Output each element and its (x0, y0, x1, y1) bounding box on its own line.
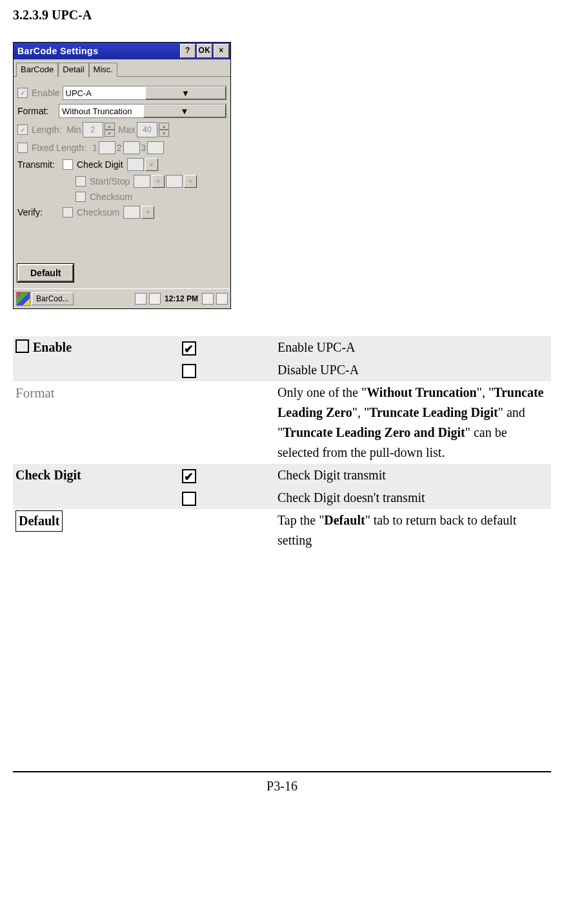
enable-on-text: Enable UPC-A (275, 336, 551, 359)
checked-checkbox-icon (182, 469, 196, 483)
help-button[interactable]: ? (180, 44, 196, 58)
transmit-checksum-label: Checksum (90, 192, 132, 202)
length-checkbox: ✓ (17, 125, 28, 135)
titlebar: BarCode Settings ? OK × (14, 43, 230, 59)
enable-off-text: Disable UPC-A (275, 359, 551, 381)
table-row: Default Tap the "Default" tab to return … (13, 509, 551, 552)
max-spinner: ▲▼ (159, 123, 169, 137)
min-spinner: ▲▼ (105, 123, 115, 137)
format-description: Only one of the "Without Truncation", "T… (275, 381, 551, 464)
checkdigit-row-label: Check Digit (15, 468, 81, 482)
min-input (83, 122, 103, 137)
chevron-down-icon: ▼ (145, 158, 158, 171)
startstop-checkbox (76, 176, 86, 186)
check-off-text: Check Digit doesn't transmit (275, 487, 551, 509)
fixed-label: Fixed Length: (32, 143, 92, 153)
tab-detail[interactable]: Detail (58, 63, 88, 77)
table-row: Disable UPC-A (13, 359, 551, 381)
verify-checksum-checkbox (63, 207, 73, 217)
system-tray: 12:12 PM (134, 293, 229, 305)
task-app-button[interactable]: BarCod... (32, 292, 74, 305)
fixed-1-input (99, 141, 116, 154)
table-row: Check Digit doesn't transmit (13, 487, 551, 509)
enable-row-label: Enable (33, 340, 72, 354)
enable-label: Enable (32, 88, 60, 98)
checkdigit-checkbox[interactable] (63, 159, 73, 170)
tray-icon[interactable] (135, 293, 146, 305)
max-label: Max (119, 125, 136, 135)
chevron-down-icon: ▼ (184, 175, 197, 188)
page-number: P3-16 (13, 779, 551, 794)
footer-rule (13, 771, 551, 772)
table-row: Check Digit Check Digit transmit (13, 464, 551, 487)
checkbox-icon (15, 339, 29, 353)
format-value: Without Truncation (62, 106, 143, 116)
tray-icon[interactable] (216, 293, 228, 305)
fixed-checkbox (17, 143, 28, 153)
panel: ✓ Enable UPC-A ▼ Format: Without Truncat… (14, 77, 230, 288)
default-button[interactable]: Default (17, 264, 74, 282)
transmit-checksum-checkbox (76, 192, 86, 202)
unchecked-checkbox-icon (182, 364, 196, 378)
enable-checkbox[interactable]: ✓ (17, 88, 28, 98)
tab-barcode[interactable]: BarCode (16, 63, 58, 77)
chevron-down-icon: ▼ (141, 206, 154, 219)
description-table: Enable Enable UPC-A Disable UPC-A Format… (13, 336, 551, 552)
chevron-down-icon[interactable]: ▼ (145, 86, 226, 99)
clock: 12:12 PM (165, 294, 198, 303)
close-button[interactable]: × (214, 44, 229, 58)
verify-box (123, 206, 140, 219)
fixed-3-input (147, 141, 164, 154)
barcode-type-value: UPC-A (66, 88, 145, 98)
tray-icon[interactable] (202, 293, 214, 305)
chevron-down-icon[interactable]: ▼ (143, 105, 226, 117)
table-row: Format Only one of the "Without Truncati… (13, 381, 551, 464)
unchecked-checkbox-icon (182, 492, 196, 506)
min-label: Min (66, 125, 81, 135)
checked-checkbox-icon (182, 341, 196, 356)
max-input (137, 122, 157, 137)
startstop-box (134, 175, 150, 188)
start-icon[interactable] (16, 292, 30, 306)
format-row-label: Format (15, 385, 55, 401)
fixed-1-label: 1 (92, 143, 97, 153)
length-label: Length: (32, 125, 66, 135)
check-on-text: Check Digit transmit (275, 464, 551, 487)
tab-misc[interactable]: Misc. (89, 63, 117, 77)
taskbar: BarCod... 12:12 PM (14, 288, 230, 308)
default-description: Tap the "Default" tab to return back to … (275, 509, 551, 552)
barcode-type-combo[interactable]: UPC-A ▼ (63, 86, 227, 100)
fixed-3-label: 3 (141, 143, 146, 153)
window-title: BarCode Settings (17, 46, 179, 56)
barcode-settings-window: BarCode Settings ? OK × BarCode Detail M… (13, 42, 231, 309)
fixed-2-label: 2 (117, 143, 122, 153)
default-row-label: Default (15, 510, 63, 532)
tray-icon[interactable] (149, 293, 161, 305)
chevron-down-icon: ▼ (152, 175, 165, 188)
ok-button[interactable]: OK (197, 44, 212, 58)
verify-checksum-label: Checksum (77, 207, 119, 217)
startstop-label: Start/Stop (90, 176, 130, 186)
checkdigit-box (127, 158, 144, 171)
fixed-2-input (123, 141, 140, 154)
verify-label: Verify: (17, 207, 63, 217)
format-combo[interactable]: Without Truncation ▼ (59, 104, 227, 118)
format-label: Format: (17, 106, 56, 116)
table-row: Enable Enable UPC-A (13, 336, 551, 359)
section-heading: 3.2.3.9 UPC-A (13, 8, 551, 23)
tab-bar: BarCode Detail Misc. (14, 59, 230, 77)
transmit-label: Transmit: (17, 159, 63, 170)
checkdigit-label: Check Digit (77, 159, 123, 170)
startstop-box2 (166, 175, 183, 188)
